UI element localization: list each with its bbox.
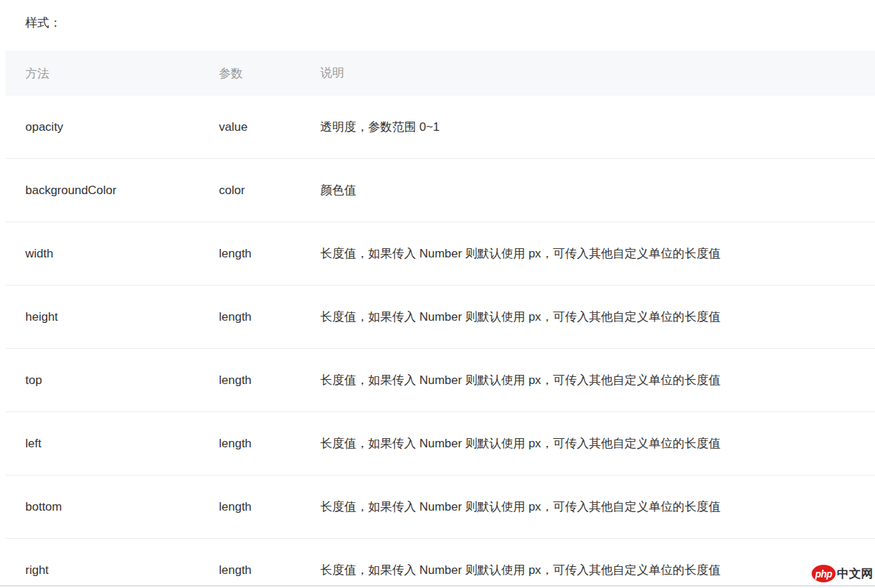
description-cell: 颜色值 [320, 181, 875, 200]
param-cell: color [219, 184, 320, 198]
method-cell: left [6, 437, 219, 451]
table-row: backgroundColor color 颜色值 [6, 159, 875, 222]
method-cell: top [6, 373, 219, 388]
description-cell: 长度值，如果传入 Number 则默认使用 px，可传入其他自定义单位的长度值 [320, 498, 875, 516]
method-cell: bottom [6, 500, 219, 514]
table-header-row: 方法 参数 说明 [6, 51, 875, 96]
page-title: 样式： [0, 0, 875, 32]
param-cell: value [219, 120, 320, 134]
table-row: top length 长度值，如果传入 Number 则默认使用 px，可传入其… [6, 349, 875, 412]
param-cell: length [219, 500, 320, 514]
method-cell: backgroundColor [6, 184, 219, 198]
table-row: width length 长度值，如果传入 Number 则默认使用 px，可传… [6, 222, 875, 286]
param-cell: length [219, 310, 320, 324]
table-row: opacity value 透明度，参数范围 0~1 [6, 96, 875, 159]
bottom-divider [0, 585, 875, 587]
description-cell: 透明度，参数范围 0~1 [320, 118, 875, 136]
param-cell: length [219, 437, 320, 451]
table-row: bottom length 长度值，如果传入 Number 则默认使用 px，可… [6, 475, 875, 539]
table-row: right length 长度值，如果传入 Number 则默认使用 px，可传… [6, 539, 875, 588]
description-cell: 长度值，如果传入 Number 则默认使用 px，可传入其他自定义单位的长度值 [320, 435, 875, 453]
table-row: left length 长度值，如果传入 Number 则默认使用 px，可传入… [6, 412, 875, 475]
param-cell: length [219, 373, 320, 388]
method-cell: height [6, 310, 219, 324]
column-header-method: 方法 [6, 65, 219, 82]
param-cell: length [219, 247, 320, 261]
table-row: height length 长度值，如果传入 Number 则默认使用 px，可… [6, 286, 875, 349]
param-cell: length [219, 563, 320, 577]
php-cn-logo: php 中文网 [812, 565, 873, 582]
styles-table: 方法 参数 说明 opacity value 透明度，参数范围 0~1 back… [6, 51, 875, 588]
php-logo-label: 中文网 [837, 565, 873, 582]
method-cell: width [6, 247, 219, 261]
php-logo-icon: php [812, 565, 836, 582]
description-cell: 长度值，如果传入 Number 则默认使用 px，可传入其他自定义单位的长度值 [320, 308, 875, 326]
description-cell: 长度值，如果传入 Number 则默认使用 px，可传入其他自定义单位的长度值 [320, 371, 875, 390]
description-cell: 长度值，如果传入 Number 则默认使用 px，可传入其他自定义单位的长度值 [320, 561, 875, 580]
method-cell: opacity [6, 120, 219, 134]
column-header-description: 说明 [320, 64, 875, 82]
column-header-param: 参数 [219, 65, 320, 82]
method-cell: right [6, 563, 219, 577]
description-cell: 长度值，如果传入 Number 则默认使用 px，可传入其他自定义单位的长度值 [320, 245, 875, 263]
